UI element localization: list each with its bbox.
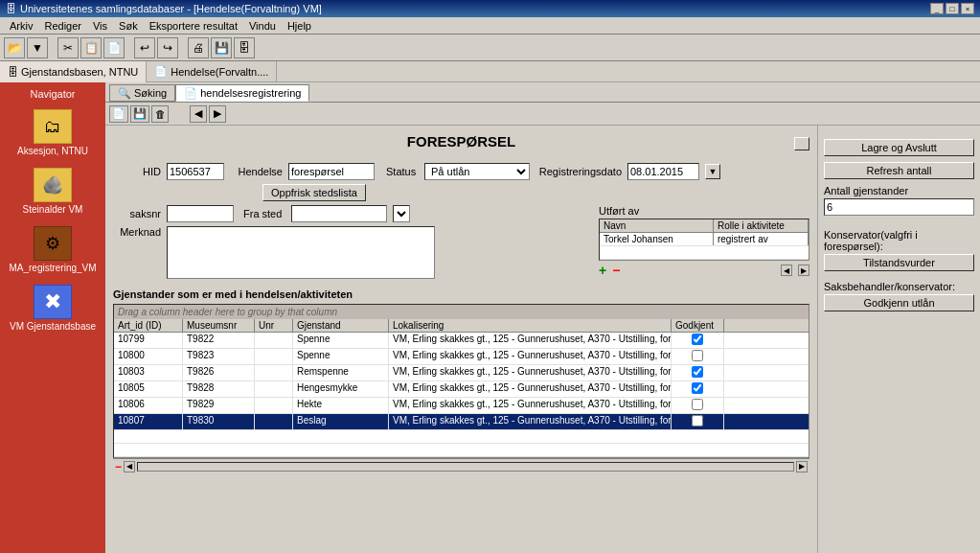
grid-row-4[interactable]: 10806 T9829 Hekte VM, Erling skakkes gt.… xyxy=(114,398,809,414)
fra-sted-input[interactable] xyxy=(291,205,387,222)
cell-godkjent-2[interactable] xyxy=(672,365,724,380)
sub-btn-save[interactable]: 💾 xyxy=(130,105,149,123)
toolbar-undo[interactable]: ↩ xyxy=(134,37,155,58)
hid-input[interactable] xyxy=(167,163,224,180)
toolbar-redo[interactable]: ↪ xyxy=(157,37,178,58)
persons-header-rolle: Rolle i aktivitete xyxy=(714,219,809,232)
cell-godkjent-5[interactable] xyxy=(672,414,724,429)
hendelse-input[interactable] xyxy=(288,163,375,180)
nav-top-gjenstandsbasen[interactable]: 🗄 Gjenstandsbasen, NTNU xyxy=(0,61,147,82)
grid-scroll-right[interactable]: ▶ xyxy=(796,461,808,472)
sub-btn-prev[interactable]: ◀ xyxy=(190,105,207,123)
sidebar-item-aksesjon[interactable]: 🗂 Aksesjon, NTNU xyxy=(0,105,105,160)
grid-scroll-left[interactable]: ◀ xyxy=(124,461,135,472)
gjenstander-grid: Drag a column header here to group by th… xyxy=(113,304,809,458)
merknad-textarea[interactable] xyxy=(167,226,435,279)
cell-lokalisering-1: VM, Erling skakkes gt., 125 - Gunnerushu… xyxy=(389,349,672,364)
grid-minus-btn[interactable]: − xyxy=(115,460,122,473)
persons-add-btn[interactable]: + xyxy=(599,263,606,278)
regdato-input[interactable] xyxy=(627,163,699,180)
nav-top-hendelse[interactable]: 📄 Hendelse(Forvaltn.... xyxy=(147,61,277,82)
grid-row-5[interactable]: 10807 T9830 Beslag VM, Erling skakkes gt… xyxy=(114,414,809,430)
navigator-label: Navigator xyxy=(28,86,77,102)
cell-godkjent-1[interactable] xyxy=(672,349,724,364)
tab-soking-label: Søking xyxy=(134,87,167,99)
cell-godkjent-4[interactable] xyxy=(672,398,724,413)
refresh-antall-btn[interactable]: Refresh antall xyxy=(824,162,974,179)
cell-museumsnr-0: T9822 xyxy=(183,333,255,348)
grid-scrollbar[interactable] xyxy=(137,462,794,472)
toolbar-btn-1[interactable]: 📂 xyxy=(4,37,25,58)
cell-godkjent-3[interactable] xyxy=(672,381,724,397)
menu-rediger[interactable]: Rediger xyxy=(38,19,87,33)
toolbar-save[interactable]: 💾 xyxy=(211,37,232,58)
utfort-av-block: Utført av Navn Rolle i aktivitete Torkel… xyxy=(599,205,809,283)
tab-soking[interactable]: 🔍 Søking xyxy=(109,84,175,102)
grid-row-1[interactable]: 10800 T9823 Spenne VM, Erling skakkes gt… xyxy=(114,349,809,365)
form-minimize-btn[interactable] xyxy=(794,137,809,150)
cell-unr-0 xyxy=(255,333,293,348)
antall-input[interactable] xyxy=(824,198,974,216)
maximize-window-btn[interactable]: □ xyxy=(946,3,959,14)
cell-gjenstand-1: Spenne xyxy=(293,349,389,364)
saksbehandler-block: Saksbehandler/konservator: Godkjenn utlå… xyxy=(824,281,974,311)
sub-btn-sep xyxy=(171,105,188,123)
col-lokalisering[interactable]: Lokalisering xyxy=(389,319,672,332)
col-unr[interactable]: Unr xyxy=(255,319,293,332)
grid-row-2[interactable]: 10803 T9826 Remspenne VM, Erling skakkes… xyxy=(114,365,809,381)
fra-sted-select[interactable]: ▼ xyxy=(393,205,410,222)
saksnr-fra-block: saksnr Fra sted ▼ Merknad xyxy=(113,205,591,283)
form-title: FORESPØRSEL xyxy=(407,133,515,150)
toolbar-copy[interactable]: 📋 xyxy=(80,37,102,58)
sidebar-item-vm-gjens[interactable]: ✖ VM Gjenstandsbase xyxy=(0,281,105,335)
tabs-row: 🔍 Søking 📄 hendelsesregistrering xyxy=(105,82,980,103)
menu-eksporter[interactable]: Eksportere resultat xyxy=(144,19,243,33)
sub-btn-delete[interactable]: 🗑 xyxy=(151,105,169,123)
close-window-btn[interactable]: × xyxy=(961,3,974,14)
tilstandsvurder-btn[interactable]: Tilstandsvurder xyxy=(824,254,974,271)
hid-label: HID xyxy=(113,166,161,177)
toolbar-db[interactable]: 🗄 xyxy=(234,37,255,58)
right-panel: Lagre og Avslutt Refresh antall Antall g… xyxy=(817,126,980,553)
title-bar-buttons: _ □ × xyxy=(930,3,974,14)
col-godkjent[interactable]: Godkjent xyxy=(672,319,724,332)
saksnr-input[interactable] xyxy=(167,205,234,222)
title-bar: 🗄 Universitetenes samlingsdatabaser - [H… xyxy=(0,0,980,17)
cell-museumsnr-3: T9828 xyxy=(183,381,255,397)
menu-vis[interactable]: Vis xyxy=(87,19,113,33)
toolbar-paste[interactable]: 📄 xyxy=(103,37,125,58)
grid-row-empty-1 xyxy=(114,430,809,444)
tab-hendelsesreg[interactable]: 📄 hendelsesregistrering xyxy=(175,84,309,102)
cell-unr-5 xyxy=(255,414,293,429)
sub-btn-next[interactable]: ▶ xyxy=(209,105,226,123)
persons-scroll-left[interactable]: ◀ xyxy=(781,265,792,276)
cell-unr-1 xyxy=(255,349,293,364)
sidebar-item-steinalder[interactable]: 🪨 Steinalder VM xyxy=(0,164,105,219)
konservator-label: Konservator(valgfri i forespørsel): xyxy=(824,229,974,252)
col-art-id[interactable]: Art_id (ID) xyxy=(114,319,183,332)
grid-row-0[interactable]: 10799 T9822 Spenne VM, Erling skakkes gt… xyxy=(114,333,809,349)
grid-row-3[interactable]: 10805 T9828 Hengesmykke VM, Erling skakk… xyxy=(114,381,809,398)
persons-scroll-right[interactable]: ▶ xyxy=(798,265,809,276)
grid-header: Art_id (ID) Museumsnr Unr Gjenstand Loka… xyxy=(114,319,809,333)
menu-sok[interactable]: Søk xyxy=(113,19,144,33)
cell-unr-2 xyxy=(255,365,293,380)
regdato-picker-btn[interactable]: ▼ xyxy=(705,164,720,179)
col-museumsnr[interactable]: Museumsnr xyxy=(183,319,255,332)
lagre-avslutt-btn[interactable]: Lagre og Avslutt xyxy=(824,139,974,156)
toolbar-cut[interactable]: ✂ xyxy=(57,37,79,58)
toolbar-btn-2[interactable]: ▼ xyxy=(27,37,48,58)
col-gjenstand[interactable]: Gjenstand xyxy=(293,319,389,332)
persons-remove-btn[interactable]: − xyxy=(612,263,620,278)
menu-arkiv[interactable]: Arkiv xyxy=(4,19,38,33)
minimize-window-btn[interactable]: _ xyxy=(930,3,944,14)
toolbar-print[interactable]: 🖨 xyxy=(188,37,209,58)
menu-vindu[interactable]: Vindu xyxy=(243,19,282,33)
cell-godkjent-0[interactable] xyxy=(672,333,724,348)
menu-hjelp[interactable]: Hjelp xyxy=(282,19,317,33)
status-select[interactable]: På utlån Planlagt Avsluttet xyxy=(424,163,530,180)
godkjenn-utlan-btn[interactable]: Godkjenn utlån xyxy=(824,294,974,311)
oppfrisk-btn[interactable]: Oppfrisk stedslista xyxy=(262,184,366,201)
sub-btn-new[interactable]: 📄 xyxy=(109,105,128,123)
sidebar-item-ma-reg[interactable]: ⚙ MA_registrering_VM xyxy=(0,222,105,277)
